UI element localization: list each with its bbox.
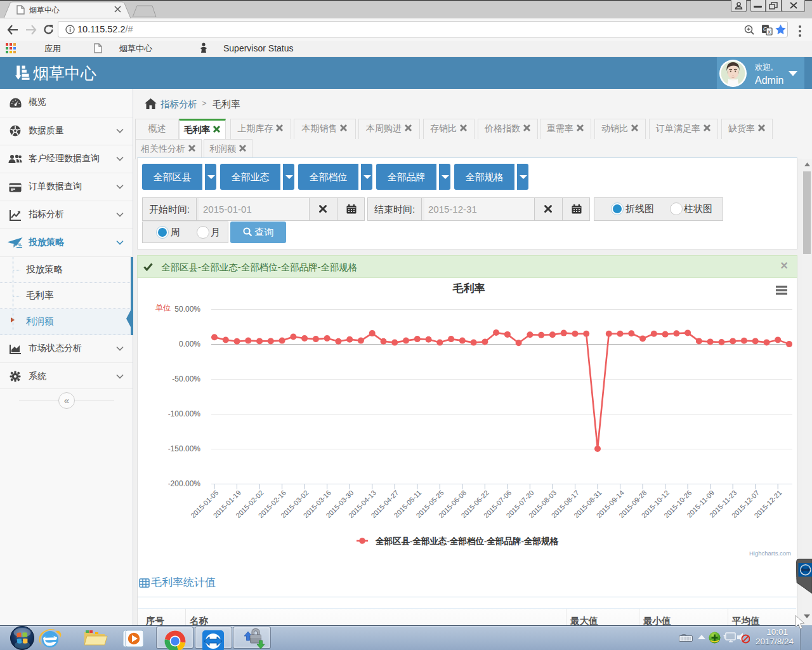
svg-text:-50.00%: -50.00% [172, 375, 200, 383]
svg-text:毛利率: 毛利率 [452, 282, 485, 295]
svg-text:-150.00%: -150.00% [168, 444, 201, 453]
svg-text:Highcharts.com: Highcharts.com [749, 550, 791, 557]
svg-text:x: x [768, 29, 771, 35]
svg-text:0.00%: 0.00% [179, 340, 200, 348]
svg-text:全部区县-全部业态-全部档位-全部品牌-全部规格: 全部区县-全部业态-全部档位-全部品牌-全部规格 [375, 536, 559, 546]
svg-text:-200.00%: -200.00% [168, 479, 201, 488]
svg-text:-100.00%: -100.00% [168, 409, 201, 418]
svg-text:单位: 单位 [155, 303, 171, 312]
svg-text:50.00%: 50.00% [174, 305, 200, 314]
